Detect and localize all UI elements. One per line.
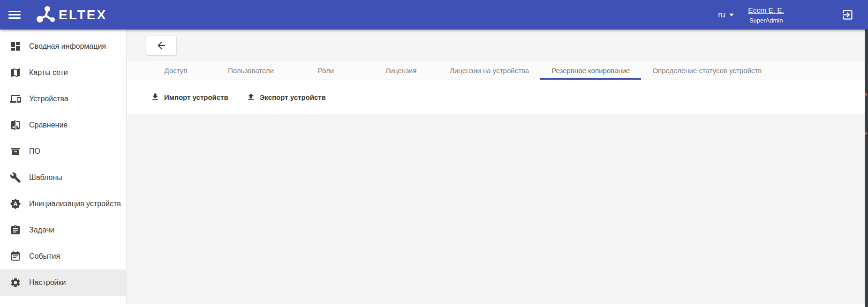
language-selector[interactable]: ru <box>718 10 734 20</box>
sidebar-item-device-init[interactable]: Инициализация устройств <box>0 191 126 217</box>
sidebar-item-label: ПО <box>29 147 40 156</box>
sidebar-item-label: События <box>29 252 60 261</box>
scroll-marker <box>865 93 867 96</box>
chevron-down-icon <box>729 14 734 16</box>
dashboard-icon <box>10 41 21 52</box>
tab-access[interactable]: Доступ <box>138 61 213 80</box>
events-calendar-icon <box>10 251 21 262</box>
sidebar-item-firmware[interactable]: ПО <box>0 138 126 165</box>
user-role: SuperAdmin <box>748 17 784 24</box>
tab-roles[interactable]: Роли <box>288 61 363 80</box>
sidebar-item-label: Настройки <box>29 278 66 287</box>
menu-icon[interactable] <box>8 9 21 21</box>
map-icon <box>10 67 21 78</box>
import-devices-button[interactable]: Импорт устройств <box>151 92 228 102</box>
tab-users[interactable]: Пользователи <box>213 61 288 80</box>
eccm-app: ELTEX ru Eccm E. E. SuperAdmin Сводная и… <box>0 0 868 307</box>
tab-backup[interactable]: Резервное копирование <box>540 61 641 80</box>
sidebar-item-label: Задачи <box>29 226 54 234</box>
sidebar-item-label: Устройства <box>29 95 68 103</box>
upload-icon <box>246 92 256 102</box>
header-right: ru Eccm E. E. SuperAdmin <box>718 6 868 24</box>
sidebar-item-network-maps[interactable]: Карты сети <box>0 60 126 86</box>
scroll-marker <box>865 132 867 135</box>
back-toolbar <box>127 30 865 61</box>
sidebar-item-summary[interactable]: Сводная информация <box>0 33 126 60</box>
page-bottom-edge <box>0 304 865 307</box>
sidebar-item-label: Шаблоны <box>29 173 62 182</box>
wrench-icon <box>10 172 21 183</box>
sidebar-item-tasks[interactable]: Задачи <box>0 217 126 243</box>
sidebar-item-settings[interactable]: Настройки <box>0 270 126 296</box>
auto-init-icon <box>10 198 21 210</box>
export-devices-button[interactable]: Экспорт устройств <box>246 92 326 102</box>
tab-label: Лицензия <box>385 67 417 75</box>
tab-label: Определение статусов устройств <box>652 67 762 75</box>
sidebar-item-label: Сводная информация <box>29 42 106 51</box>
settings-gear-icon <box>10 277 21 288</box>
sidebar-item-label: Инициализация устройств <box>29 200 121 208</box>
tab-license[interactable]: Лицензия <box>363 61 438 80</box>
logo-text: ELTEX <box>59 8 107 22</box>
app-header: ELTEX ru Eccm E. E. SuperAdmin <box>0 0 868 30</box>
eltex-molecule-icon <box>37 6 55 24</box>
sidebar-nav: Сводная информация Карты сети Устройства… <box>0 30 127 307</box>
tasks-clipboard-icon <box>10 225 21 236</box>
language-code: ru <box>718 10 725 20</box>
sidebar-item-label: Карты сети <box>29 68 68 77</box>
eltex-logo: ELTEX <box>37 6 107 24</box>
export-devices-label: Экспорт устройств <box>260 93 326 101</box>
settings-tabbar: Доступ Пользователи Роли Лицензия Лиценз… <box>127 61 865 80</box>
sidebar-item-label: Сравнение <box>29 121 68 129</box>
logout-button[interactable] <box>841 8 854 21</box>
overview-scrollbar[interactable] <box>865 30 868 307</box>
tab-device-status[interactable]: Определение статусов устройств <box>641 61 773 80</box>
user-name-link[interactable]: Eccm E. E. <box>748 6 784 15</box>
devices-icon <box>10 93 21 105</box>
tab-label: Резервное копирование <box>551 67 630 75</box>
sidebar-item-devices[interactable]: Устройства <box>0 86 126 112</box>
back-button[interactable] <box>146 36 176 55</box>
sidebar-item-events[interactable]: События <box>0 243 126 270</box>
tab-device-licenses[interactable]: Лицензии на устройства <box>438 61 540 80</box>
sidebar-item-compare[interactable]: Сравнение <box>0 112 126 138</box>
download-icon <box>151 92 160 102</box>
tab-label: Роли <box>318 67 334 75</box>
import-devices-label: Импорт устройств <box>164 93 228 101</box>
compare-icon <box>10 120 21 131</box>
sidebar-item-templates[interactable]: Шаблоны <box>0 165 126 191</box>
user-block: Eccm E. E. SuperAdmin <box>748 6 784 24</box>
arrow-left-icon <box>156 40 167 51</box>
firmware-archive-icon <box>10 146 21 157</box>
main-area: Доступ Пользователи Роли Лицензия Лиценз… <box>127 30 865 307</box>
backup-content-empty <box>127 114 865 307</box>
exit-to-app-icon <box>841 8 854 21</box>
tab-label: Лицензии на устройства <box>450 67 529 75</box>
tab-label: Пользователи <box>228 67 274 75</box>
tab-label: Доступ <box>165 67 188 75</box>
backup-toolbar: Импорт устройств Экспорт устройств <box>127 80 865 114</box>
